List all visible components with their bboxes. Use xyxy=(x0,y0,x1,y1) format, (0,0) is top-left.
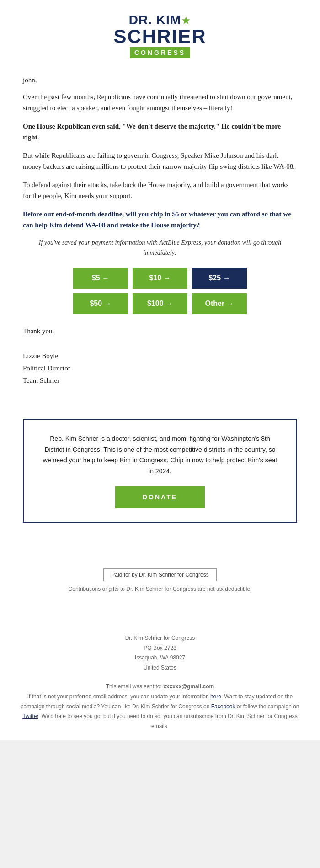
logo-star-icon: ★ xyxy=(181,15,191,27)
cta-link[interactable]: Before our end-of-month deadline, will y… xyxy=(23,209,297,230)
signature: Thank you, Lizzie Boyle Political Direct… xyxy=(23,325,297,387)
email-content: john, Over the past few months, Republic… xyxy=(0,67,320,401)
bio-box: Rep. Kim Schrier is a doctor, scientist,… xyxy=(23,419,297,523)
facebook-link[interactable]: Facebook xyxy=(211,703,235,710)
signer-title2: Team Schrier xyxy=(23,375,297,387)
update-text: If that is not your preferred email addr… xyxy=(27,693,210,700)
spacer xyxy=(0,536,320,564)
footer-links-line: If that is not your preferred email addr… xyxy=(18,692,302,731)
donate-5-button[interactable]: $5 → xyxy=(73,268,128,289)
email-wrapper: DR. KIM★ SCHRIER CONGRESS john, Over the… xyxy=(0,0,320,740)
donate-50-button[interactable]: $50 → xyxy=(73,293,128,314)
paid-for-box: Paid for by Dr. Kim Schrier for Congress xyxy=(103,568,216,581)
paragraph-4: To defend against their attacks, take ba… xyxy=(23,179,297,201)
paragraph-1: Over the past few months, Republicans ha… xyxy=(23,91,297,113)
follow-text: or follow the campaign on xyxy=(235,703,299,710)
donate-25-button[interactable]: $25 → xyxy=(192,268,247,289)
footer-tax-note: Contributions or gifts to Dr. Kim Schrie… xyxy=(0,586,320,592)
donate-button[interactable]: DONATE xyxy=(115,486,205,508)
twitter-link[interactable]: Twitter xyxy=(22,713,38,719)
logo-top-line: DR. KIM★ xyxy=(113,14,206,27)
salutation: john, xyxy=(23,76,297,84)
email-address: xxxxxx@gmail.com xyxy=(163,683,214,690)
signer-title1: Political Director xyxy=(23,362,297,375)
donate-other-button[interactable]: Other → xyxy=(192,293,247,314)
footer-paid-for: Paid for by Dr. Kim Schrier for Congress xyxy=(0,568,320,581)
actblue-note: If you've saved your payment information… xyxy=(23,238,297,258)
paragraph-2-bold: One House Republican even said, "We don'… xyxy=(23,121,297,143)
donate-100-button[interactable]: $100 → xyxy=(133,293,187,314)
logo-congress: CONGRESS xyxy=(130,47,190,58)
address-line-1: Dr. Kim Schrier for Congress xyxy=(0,633,320,643)
address-line-4: United States xyxy=(0,663,320,673)
spacer-2 xyxy=(0,606,320,633)
footer-email-notice: This email was sent to: xxxxxx@gmail.com… xyxy=(0,682,320,740)
signer-name: Lizzie Boyle xyxy=(23,350,297,362)
logo: DR. KIM★ SCHRIER CONGRESS xyxy=(113,14,206,58)
donation-buttons: $5 → $10 → $25 → $50 → $100 → Other → xyxy=(23,268,297,314)
unsub-text: . We'd hate to see you go, but if you ne… xyxy=(38,713,298,729)
email-sent-line: This email was sent to: xxxxxx@gmail.com xyxy=(18,682,302,692)
thanks-line: Thank you, xyxy=(23,325,297,338)
footer-address: Dr. Kim Schrier for Congress PO Box 2728… xyxy=(0,633,320,673)
logo-schrier: SCHRIER xyxy=(113,27,206,46)
address-line-2: PO Box 2728 xyxy=(0,643,320,654)
btn-row-2: $50 → $100 → Other → xyxy=(23,293,297,314)
bio-text: Rep. Kim Schrier is a doctor, scientist,… xyxy=(42,434,278,477)
address-line-3: Issaquah, WA 98027 xyxy=(0,653,320,663)
btn-row-1: $5 → $10 → $25 → xyxy=(23,268,297,289)
paragraph-3: But while Republicans are failing to gov… xyxy=(23,150,297,172)
email-header: DR. KIM★ SCHRIER CONGRESS xyxy=(0,0,320,67)
donate-10-button[interactable]: $10 → xyxy=(133,268,187,289)
logo-dr-kim: DR. KIM xyxy=(129,13,181,27)
update-link[interactable]: here xyxy=(210,693,221,700)
